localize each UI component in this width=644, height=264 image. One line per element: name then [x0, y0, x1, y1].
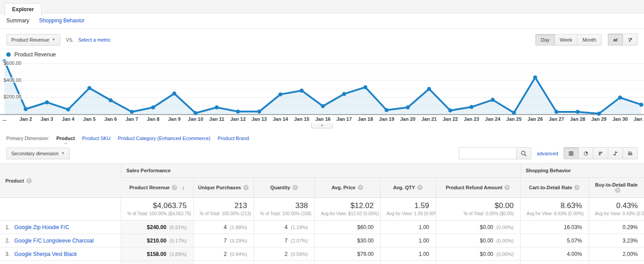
primary-dimension-product[interactable]: Product [56, 136, 75, 141]
granularity-buttons: DayWeekMonth [535, 34, 602, 46]
x-tick-label: Jan 6 [104, 116, 117, 122]
table-row: 2.Google F/C Longsleeve Charcoal$210.00(… [0, 234, 644, 247]
data-point[interactable] [363, 85, 367, 89]
data-point[interactable] [300, 89, 304, 93]
month-button[interactable]: Month [577, 34, 602, 46]
table-cell: $240.00(5.91%) [121, 221, 193, 234]
data-point[interactable] [321, 104, 325, 108]
primary-dimension-product-brand[interactable]: Product Brand [217, 136, 249, 141]
data-point[interactable] [491, 98, 495, 102]
column-header-product-refund-amount[interactable]: Product Refund Amount? [436, 178, 520, 198]
help-icon[interactable]: ? [172, 185, 177, 190]
percentage-icon[interactable] [578, 147, 593, 159]
line-chart-icon[interactable] [608, 34, 623, 46]
row-rank: 3. [5, 251, 10, 257]
data-point[interactable] [406, 105, 410, 109]
data-point[interactable] [448, 108, 452, 112]
x-tick-label: Jan 27 [549, 116, 564, 122]
vs-label: VS. [66, 37, 74, 43]
help-icon[interactable]: ? [26, 178, 32, 183]
data-point[interactable] [576, 110, 580, 114]
pivot-icon[interactable] [623, 147, 638, 159]
tab-explorer[interactable]: Explorer [4, 3, 42, 16]
data-point[interactable] [597, 112, 601, 116]
data-point[interactable] [172, 92, 176, 96]
x-tick-label: Jan 31 [634, 116, 644, 122]
table-cell: 2(0.59%) [254, 261, 314, 264]
column-header-avg-price[interactable]: Avg. Price? [314, 178, 380, 198]
column-header-product[interactable]: Product? [0, 164, 121, 198]
product-link[interactable]: Google Zip Hoodie F/C [14, 224, 69, 230]
legend-label: Product Revenue [14, 51, 56, 58]
help-icon[interactable]: ? [417, 185, 423, 190]
totals-row: $4,063.75% of Total: 100.00% ($4,063.75)… [0, 198, 644, 221]
data-point[interactable] [385, 108, 389, 112]
column-header-product-revenue[interactable]: Product Revenue?↓ [121, 178, 193, 198]
table-cell: 2(0.94%) [193, 247, 254, 261]
data-point[interactable] [555, 110, 559, 114]
chart-plot-area[interactable] [0, 60, 644, 116]
data-point[interactable] [618, 96, 622, 100]
subtab-summary[interactable]: Summary [6, 17, 29, 24]
data-point[interactable] [151, 105, 155, 109]
performance-icon[interactable] [593, 147, 608, 159]
data-point[interactable] [130, 110, 134, 114]
motion-chart-icon[interactable] [623, 34, 638, 46]
data-point[interactable] [257, 110, 261, 114]
x-tick-label: Jan 29 [591, 116, 606, 122]
help-icon[interactable]: ? [243, 185, 249, 190]
data-point[interactable] [215, 105, 219, 109]
data-point[interactable] [342, 92, 346, 96]
metric-dropdown[interactable]: Product Revenue ▼ [6, 34, 60, 46]
data-point[interactable] [66, 107, 70, 111]
data-point[interactable] [87, 86, 91, 90]
data-point[interactable] [470, 105, 474, 109]
column-header-buy-to-detail-rate[interactable]: Buy-to-Detail Rate? [589, 178, 644, 198]
column-header-cart-to-detail-rate[interactable]: Cart-to-Detail Rate? [520, 178, 589, 198]
data-point[interactable] [533, 75, 537, 79]
product-link[interactable]: Google F/C Longsleeve Charcoal [14, 238, 93, 244]
week-button[interactable]: Week [555, 34, 578, 46]
data-point[interactable] [640, 102, 644, 106]
chevron-down-icon: ▼ [61, 151, 65, 155]
advanced-search-link[interactable]: advanced [537, 151, 558, 156]
help-icon[interactable]: ? [504, 185, 510, 190]
help-icon[interactable]: ? [574, 185, 580, 190]
x-tick-label: Jan 24 [485, 116, 500, 122]
search-input[interactable] [459, 147, 516, 159]
row-rank: 1. [5, 224, 10, 230]
collapse-chart-handle[interactable]: ▼ [311, 123, 333, 128]
secondary-dimension-dropdown[interactable]: Secondary dimension ▼ [6, 148, 70, 159]
totals-cell: 8.63%Avg for View: 8.63% (0.00%) [520, 198, 589, 221]
day-button[interactable]: Day [535, 34, 555, 46]
comparison-icon[interactable] [608, 147, 623, 159]
primary-dimension-product-sku[interactable]: Product SKU [82, 136, 111, 141]
column-header-avg-qty[interactable]: Avg. QTY? [380, 178, 436, 198]
help-icon[interactable]: ? [292, 185, 298, 190]
product-cell: 4.Google Sherpa Zip Hoodie Charcoal [0, 261, 121, 264]
data-point[interactable] [427, 87, 431, 91]
x-tick-label: Jan 22 [443, 116, 458, 122]
subtab-shopping-behavior[interactable]: Shopping Behavior [39, 17, 84, 24]
table-cell: $0.00(0.00%) [436, 247, 520, 261]
data-point[interactable] [194, 111, 198, 115]
data-point[interactable] [236, 110, 240, 114]
group-header-shopping-behavior: Shopping Behavior [520, 164, 644, 178]
select-metric-link[interactable]: Select a metric [78, 37, 111, 43]
data-table-icon[interactable] [564, 147, 579, 159]
column-header-quantity[interactable]: Quantity? [254, 178, 314, 198]
x-tick-label: Jan 11 [209, 116, 225, 122]
column-header-unique-purchases[interactable]: Unique Purchases? [193, 178, 254, 198]
data-point[interactable] [24, 107, 28, 111]
x-tick-label: ... [2, 116, 6, 122]
data-point[interactable] [512, 111, 516, 115]
x-axis-labels: ...Jan 2Jan 3Jan 4Jan 5Jan 6Jan 7Jan 8Ja… [0, 116, 644, 123]
primary-dimension-product-category-enhanced-ecommerce[interactable]: Product Category (Enhanced Ecommerce) [118, 136, 210, 141]
search-button[interactable] [516, 147, 531, 159]
data-point[interactable] [109, 98, 113, 102]
help-icon[interactable]: ? [615, 187, 620, 193]
help-icon[interactable]: ? [358, 185, 363, 190]
data-point[interactable] [45, 100, 49, 104]
data-point[interactable] [279, 92, 283, 96]
product-link[interactable]: Google Sherpa Vest Black [14, 251, 77, 257]
